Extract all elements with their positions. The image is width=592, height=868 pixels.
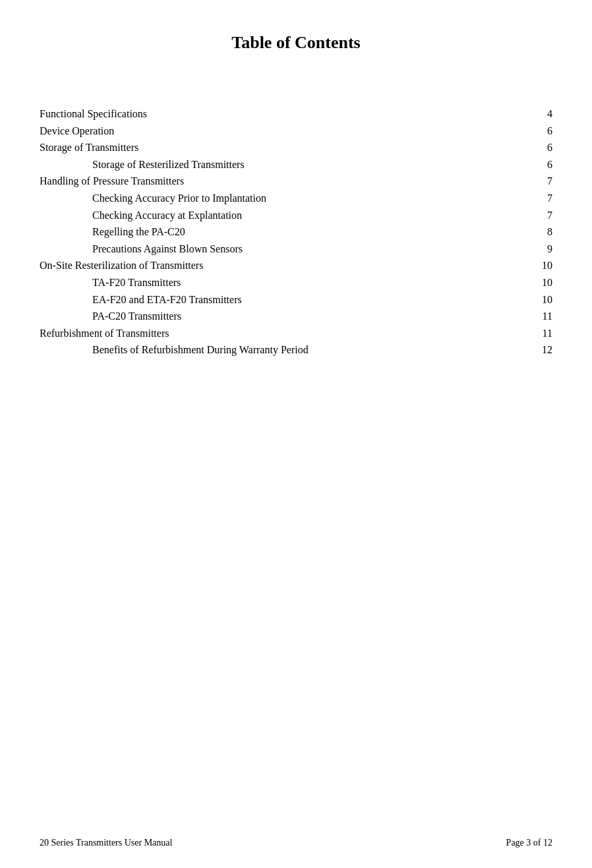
toc-label-3: Storage of Resterilized Transmitters: [40, 156, 245, 173]
toc-page-8: 9: [547, 241, 552, 258]
toc-label-9: On-Site Resterilization of Transmitters: [40, 257, 203, 274]
toc-label-2: Storage of Transmitters: [40, 139, 138, 156]
toc-label-5: Checking Accuracy Prior to Implantation: [40, 190, 266, 207]
toc-spacer-11: [242, 291, 542, 308]
toc-page-6: 7: [547, 207, 552, 224]
toc-entry-1: Device Operation6: [40, 123, 552, 140]
toc-spacer-12: [181, 308, 543, 325]
toc-spacer-4: [184, 173, 547, 190]
toc-page-14: 12: [542, 341, 552, 359]
toc-label-7: Regelling the PA-C20: [40, 223, 185, 241]
toc-entry-13: Refurbishment of Transmitters11: [40, 325, 552, 342]
toc-entry-4: Handling of Pressure Transmitters7: [40, 173, 552, 190]
toc-spacer-2: [138, 139, 547, 156]
toc-page-7: 8: [547, 223, 552, 241]
toc-label-0: Functional Specifications: [40, 105, 147, 123]
toc-spacer-6: [242, 207, 547, 224]
toc-label-12: PA-C20 Transmitters: [40, 308, 181, 325]
toc-entry-12: PA-C20 Transmitters11: [40, 308, 552, 325]
page-title: Table of Contents: [40, 33, 552, 53]
toc-spacer-3: [245, 156, 547, 173]
footer-left: 20 Series Transmitters User Manual: [40, 838, 172, 848]
toc-entry-7: Regelling the PA-C208: [40, 223, 552, 241]
toc-entry-6: Checking Accuracy at Explantation7: [40, 207, 552, 224]
toc-page-5: 7: [547, 190, 552, 207]
toc-spacer-7: [185, 223, 547, 241]
toc-spacer-5: [266, 190, 547, 207]
toc-spacer-10: [181, 274, 542, 291]
toc-container: Functional Specifications4Device Operati…: [40, 105, 552, 359]
toc-label-4: Handling of Pressure Transmitters: [40, 173, 184, 190]
toc-label-6: Checking Accuracy at Explantation: [40, 207, 242, 224]
toc-page-0: 4: [547, 105, 552, 123]
toc-spacer-13: [169, 325, 542, 342]
toc-entry-5: Checking Accuracy Prior to Implantation7: [40, 190, 552, 207]
footer: 20 Series Transmitters User Manual Page …: [40, 838, 552, 848]
toc-page-11: 10: [542, 291, 552, 308]
toc-spacer-9: [203, 257, 542, 274]
toc-entry-10: TA-F20 Transmitters10: [40, 274, 552, 291]
toc-entry-8: Precautions Against Blown Sensors9: [40, 241, 552, 258]
toc-page-13: 11: [543, 325, 552, 342]
toc-entry-2: Storage of Transmitters6: [40, 139, 552, 156]
toc-label-14: Benefits of Refurbishment During Warrant…: [40, 341, 309, 359]
page: Table of Contents Functional Specificati…: [0, 0, 592, 868]
toc-label-1: Device Operation: [40, 123, 114, 140]
toc-label-13: Refurbishment of Transmitters: [40, 325, 169, 342]
toc-entry-9: On-Site Resterilization of Transmitters1…: [40, 257, 552, 274]
toc-label-8: Precautions Against Blown Sensors: [40, 241, 243, 258]
toc-spacer-0: [147, 105, 547, 123]
toc-page-12: 11: [543, 308, 552, 325]
toc-entry-11: EA-F20 and ETA-F20 Transmitters10: [40, 291, 552, 308]
toc-entry-0: Functional Specifications4: [40, 105, 552, 123]
footer-right: Page 3 of 12: [506, 838, 552, 848]
toc-spacer-8: [243, 241, 547, 258]
toc-label-10: TA-F20 Transmitters: [40, 274, 181, 291]
toc-page-1: 6: [547, 123, 552, 140]
toc-spacer-14: [309, 341, 542, 359]
toc-spacer-1: [114, 123, 547, 140]
toc-page-4: 7: [547, 173, 552, 190]
toc-page-10: 10: [542, 274, 552, 291]
toc-page-3: 6: [547, 156, 552, 173]
toc-page-2: 6: [547, 139, 552, 156]
toc-entry-14: Benefits of Refurbishment During Warrant…: [40, 341, 552, 359]
toc-page-9: 10: [542, 257, 552, 274]
toc-entry-3: Storage of Resterilized Transmitters6: [40, 156, 552, 173]
toc-label-11: EA-F20 and ETA-F20 Transmitters: [40, 291, 242, 308]
